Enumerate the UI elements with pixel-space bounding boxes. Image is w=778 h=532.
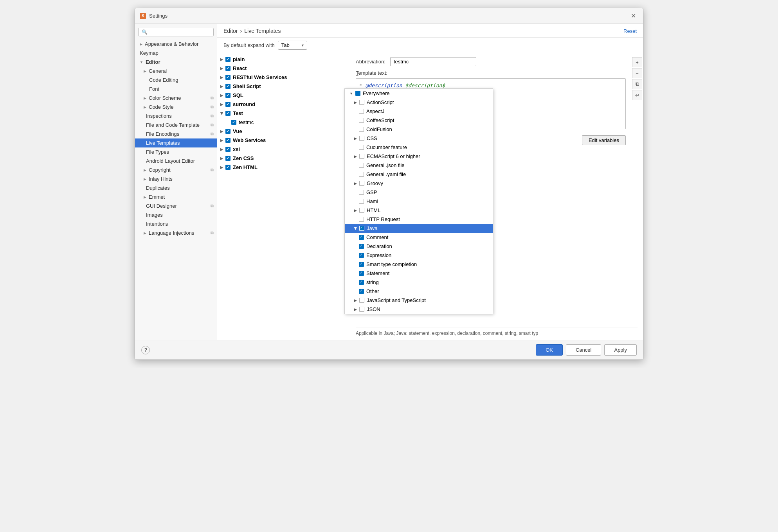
java-checkbox[interactable] xyxy=(359,226,364,231)
haml-checkbox[interactable] xyxy=(359,199,364,204)
group-checkbox[interactable] xyxy=(225,84,231,89)
dropdown-item-cucumber[interactable]: Cucumber feature xyxy=(345,143,493,152)
template-group-sql[interactable]: ▶ SQL xyxy=(217,91,350,100)
template-group-react[interactable]: ▶ React xyxy=(217,64,350,73)
dropdown-item-java-declaration[interactable]: Declaration xyxy=(345,242,493,251)
sidebar-item-language-injections[interactable]: ▶ Language Injections ⧉ xyxy=(135,228,217,237)
groovy-checkbox[interactable] xyxy=(359,181,364,186)
everywhere-checkbox[interactable] xyxy=(355,91,360,96)
add-button[interactable]: + xyxy=(632,57,642,67)
dropdown-item-java-expression[interactable]: Expression xyxy=(345,251,493,260)
group-checkbox[interactable] xyxy=(225,102,231,107)
java-smart-checkbox[interactable] xyxy=(359,262,364,267)
group-checkbox[interactable] xyxy=(225,138,231,143)
dropdown-item-java-string[interactable]: string xyxy=(345,278,493,287)
template-group-zen-css[interactable]: ▶ Zen CSS xyxy=(217,154,350,163)
dropdown-item-css[interactable]: ▶ CSS xyxy=(345,134,493,143)
group-checkbox[interactable] xyxy=(225,156,231,161)
template-group-test[interactable]: ▶ Test xyxy=(217,109,350,118)
gsp-checkbox[interactable] xyxy=(359,190,364,195)
sidebar-item-android-layout[interactable]: Android Layout Editor xyxy=(135,156,217,165)
http-checkbox[interactable] xyxy=(359,217,364,222)
yaml-file-checkbox[interactable] xyxy=(359,172,364,177)
remove-button[interactable]: − xyxy=(632,68,642,78)
java-statement-checkbox[interactable] xyxy=(359,271,364,276)
template-group-vue[interactable]: ▶ Vue xyxy=(217,127,350,136)
cucumber-checkbox[interactable] xyxy=(359,145,364,150)
aspectj-checkbox[interactable] xyxy=(359,109,364,114)
actionscript-checkbox[interactable] xyxy=(359,100,364,105)
ok-button[interactable]: OK xyxy=(536,344,563,356)
sidebar-item-images[interactable]: Images xyxy=(135,210,217,219)
abbreviation-input[interactable] xyxy=(390,57,476,66)
dropdown-item-coldfusion[interactable]: ColdFusion xyxy=(345,125,493,134)
sidebar-item-appearance[interactable]: ▶ Appearance & Behavior xyxy=(135,40,217,49)
cancel-button[interactable]: Cancel xyxy=(566,344,601,356)
sidebar-item-code-style[interactable]: ▶ Code Style ⧉ xyxy=(135,102,217,111)
java-comment-checkbox[interactable] xyxy=(359,235,364,240)
dropdown-item-coffeescript[interactable]: CoffeeScript xyxy=(345,116,493,125)
dropdown-item-haml[interactable]: Haml xyxy=(345,197,493,206)
dropdown-item-everywhere[interactable]: ▼ Everywhere xyxy=(345,89,493,98)
css-checkbox[interactable] xyxy=(359,136,364,141)
dropdown-item-actionscript[interactable]: ▶ ActionScript xyxy=(345,98,493,107)
sidebar-item-file-types[interactable]: File Types xyxy=(135,147,217,156)
context-dropdown[interactable]: ▼ Everywhere ▶ ActionScript AspectJ xyxy=(344,88,493,314)
dropdown-item-json-file[interactable]: General .json file xyxy=(345,161,493,170)
dropdown-item-aspectj[interactable]: AspectJ xyxy=(345,107,493,116)
html-checkbox[interactable] xyxy=(359,208,364,213)
group-checkbox[interactable] xyxy=(225,111,231,116)
sidebar-item-intentions[interactable]: Intentions xyxy=(135,219,217,228)
java-expression-checkbox[interactable] xyxy=(359,253,364,258)
item-checkbox[interactable] xyxy=(231,120,236,125)
dropdown-item-json[interactable]: ▶ JSON xyxy=(345,305,493,314)
search-input[interactable] xyxy=(138,28,214,36)
sidebar-item-emmet[interactable]: ▶ Emmet xyxy=(135,192,217,201)
apply-button[interactable]: Apply xyxy=(604,344,637,356)
group-checkbox[interactable] xyxy=(225,75,231,80)
java-string-checkbox[interactable] xyxy=(359,280,364,285)
dropdown-item-js-ts[interactable]: ▶ JavaScript and TypeScript xyxy=(345,296,493,305)
sidebar-item-font[interactable]: Font xyxy=(135,84,217,93)
dropdown-item-groovy[interactable]: ▶ Groovy xyxy=(345,179,493,188)
group-checkbox[interactable] xyxy=(225,66,231,71)
dropdown-item-yaml-file[interactable]: General .yaml file xyxy=(345,170,493,179)
expand-with-select-wrapper[interactable]: Tab Enter Space xyxy=(278,41,307,50)
group-checkbox[interactable] xyxy=(225,93,231,98)
js-ts-checkbox[interactable] xyxy=(359,298,364,303)
reset-button[interactable]: Reset xyxy=(623,28,637,34)
dropdown-item-java-statement[interactable]: Statement xyxy=(345,269,493,278)
sidebar-item-general[interactable]: ▶ General xyxy=(135,66,217,75)
sidebar-search[interactable] xyxy=(135,26,217,38)
dropdown-item-ecmascript[interactable]: ▶ ECMAScript 6 or higher xyxy=(345,152,493,161)
template-group-xsl[interactable]: ▶ xsl xyxy=(217,145,350,154)
sidebar-item-inlay-hints[interactable]: ▶ Inlay Hints xyxy=(135,174,217,183)
group-checkbox[interactable] xyxy=(225,165,231,170)
sidebar-item-inspections[interactable]: Inspections ⧉ xyxy=(135,111,217,120)
group-checkbox[interactable] xyxy=(225,57,231,62)
sidebar-item-editor[interactable]: ▼ Editor xyxy=(135,58,217,66)
ecmascript-checkbox[interactable] xyxy=(359,154,364,159)
sidebar-item-copyright[interactable]: ▶ Copyright ⧉ xyxy=(135,165,217,174)
edit-variables-button[interactable]: Edit variables xyxy=(582,135,626,145)
template-item-testmc[interactable]: testmc xyxy=(217,118,350,127)
template-group-surround[interactable]: ▶ surround xyxy=(217,100,350,109)
help-button[interactable]: ? xyxy=(141,346,150,354)
coldfusion-checkbox[interactable] xyxy=(359,127,364,132)
template-group-shell[interactable]: ▶ Shell Script xyxy=(217,82,350,91)
dropdown-item-java-other[interactable]: Other xyxy=(345,287,493,296)
expand-with-select[interactable]: Tab Enter Space xyxy=(278,41,307,50)
template-group-webservices[interactable]: ▶ Web Services xyxy=(217,136,350,145)
json-checkbox[interactable] xyxy=(359,307,364,312)
sidebar-item-gui-designer[interactable]: GUI Designer ⧉ xyxy=(135,201,217,210)
java-other-checkbox[interactable] xyxy=(359,289,364,294)
template-group-zen-html[interactable]: ▶ Zen HTML xyxy=(217,163,350,172)
java-declaration-checkbox[interactable] xyxy=(359,244,364,249)
dropdown-item-java[interactable]: ▶ Java xyxy=(345,224,493,233)
coffeescript-checkbox[interactable] xyxy=(359,118,364,123)
dropdown-item-http[interactable]: HTTP Request xyxy=(345,215,493,224)
sidebar-item-file-code-template[interactable]: File and Code Template ⧉ xyxy=(135,120,217,129)
group-checkbox[interactable] xyxy=(225,147,231,152)
sidebar-item-file-encodings[interactable]: File Encodings ⧉ xyxy=(135,129,217,138)
sidebar-item-live-templates[interactable]: Live Templates xyxy=(135,138,217,147)
